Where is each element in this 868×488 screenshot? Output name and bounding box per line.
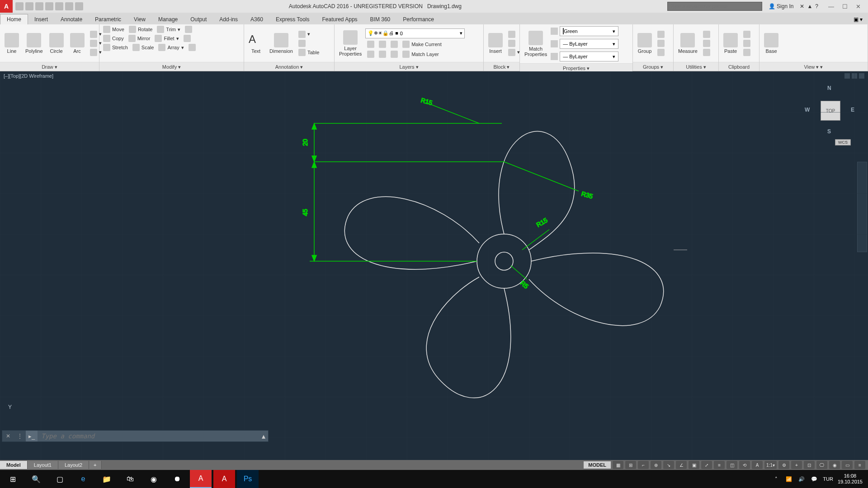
lineweight-icon[interactable]: ≡ bbox=[714, 461, 725, 469]
mtext-button[interactable] bbox=[297, 39, 321, 47]
tab-output[interactable]: Output bbox=[184, 14, 213, 24]
match-properties-button[interactable]: Match Properties bbox=[522, 30, 550, 58]
measure-button[interactable]: Measure bbox=[675, 32, 700, 55]
scale-label[interactable]: 1:1▾ bbox=[764, 461, 777, 469]
qat-save-icon[interactable] bbox=[35, 2, 43, 10]
panel-groups-title[interactable]: Groups ▾ bbox=[633, 62, 673, 71]
chrome-icon[interactable]: ◉ bbox=[143, 470, 165, 488]
qat-print-icon[interactable] bbox=[55, 2, 63, 10]
tab-focus-icon[interactable]: ▣ ▾ bbox=[848, 14, 868, 24]
minimize-button[interactable]: — bbox=[828, 3, 834, 10]
stretch-button[interactable]: Stretch bbox=[101, 43, 130, 52]
layer-off-button[interactable] bbox=[365, 40, 376, 48]
block-create-button[interactable] bbox=[506, 30, 522, 38]
tab-bim360[interactable]: BIM 360 bbox=[364, 14, 397, 24]
recorder-icon[interactable]: ⏺ bbox=[166, 470, 188, 488]
tab-featured[interactable]: Featured Apps bbox=[316, 14, 364, 24]
explode-button[interactable] bbox=[182, 34, 193, 42]
3dosnap-icon[interactable]: ▣ bbox=[689, 461, 699, 469]
volume-icon[interactable]: 🔊 bbox=[797, 475, 806, 483]
array-button[interactable]: Array ▾ bbox=[156, 43, 185, 52]
block-attr-button[interactable]: ▾ bbox=[506, 48, 522, 56]
layer-lock-button[interactable] bbox=[389, 40, 400, 48]
maximize-button[interactable]: ☐ bbox=[842, 3, 848, 10]
panel-draw-title[interactable]: Draw ▾ bbox=[0, 62, 99, 71]
tab-annotate[interactable]: Annotate bbox=[54, 14, 89, 24]
acrobat-icon[interactable]: A bbox=[213, 470, 235, 488]
tab-view[interactable]: View bbox=[127, 14, 152, 24]
notification-icon[interactable]: 💬 bbox=[810, 475, 818, 483]
copy-clip-button[interactable] bbox=[741, 39, 752, 47]
monitor-icon[interactable]: 🖵 bbox=[816, 461, 827, 469]
cmd-prompt-icon[interactable]: ▸_ bbox=[26, 431, 38, 441]
start-button[interactable]: ⊞ bbox=[2, 470, 24, 488]
paste-special-button[interactable] bbox=[741, 48, 752, 56]
trim-button[interactable]: Trim ▾ bbox=[155, 25, 182, 33]
block-edit-button[interactable] bbox=[506, 39, 522, 47]
isodraft-icon[interactable]: ↘ bbox=[663, 461, 674, 469]
tab-a360[interactable]: A360 bbox=[244, 14, 269, 24]
group-bbox-button[interactable] bbox=[656, 48, 666, 56]
help-icon[interactable]: ? bbox=[815, 3, 818, 9]
fillet-button[interactable]: Fillet ▾ bbox=[153, 34, 180, 42]
circle-button[interactable]: Circle bbox=[47, 32, 66, 55]
layout-tab-layout1[interactable]: Layout1 bbox=[28, 461, 58, 469]
layer-thaw-button[interactable] bbox=[377, 50, 388, 58]
hardware-icon[interactable]: ◉ bbox=[829, 461, 840, 469]
line-button[interactable]: Line bbox=[2, 32, 22, 55]
layer-dropdown[interactable]: 💡❄☀🔒🖨 ■ 0▾ bbox=[365, 28, 465, 38]
store-icon[interactable]: 🛍 bbox=[119, 470, 141, 488]
tab-manage[interactable]: Manage bbox=[152, 14, 184, 24]
autocad-taskbar-icon[interactable]: A bbox=[190, 470, 212, 488]
exchange-icon[interactable]: ✕ bbox=[800, 3, 804, 9]
panel-modify-title[interactable]: Modify ▾ bbox=[99, 62, 244, 71]
erase-button[interactable] bbox=[183, 25, 194, 33]
customize-icon[interactable]: ≡ bbox=[854, 461, 865, 469]
layout-tab-layout2[interactable]: Layout2 bbox=[58, 461, 89, 469]
group-button[interactable]: Group bbox=[635, 32, 655, 55]
ortho-toggle-icon[interactable]: ⌐ bbox=[638, 461, 649, 469]
snap-toggle-icon[interactable]: ⊞ bbox=[625, 461, 636, 469]
tray-expand-icon[interactable]: ˄ bbox=[772, 475, 780, 483]
help-search-input[interactable] bbox=[667, 2, 762, 11]
layer-freeze-button[interactable] bbox=[377, 40, 388, 48]
dimension-button[interactable]: Dimension bbox=[267, 32, 296, 55]
search-taskbar-icon[interactable]: 🔍 bbox=[25, 470, 47, 488]
panel-view-title[interactable]: View ▾ ▾ bbox=[760, 62, 868, 71]
command-input[interactable] bbox=[38, 432, 259, 440]
transparency-icon[interactable]: ◫ bbox=[726, 461, 737, 469]
photoshop-icon[interactable]: Ps bbox=[237, 470, 259, 488]
color-dropdown[interactable]: Green▾ bbox=[560, 26, 618, 36]
group-edit-button[interactable] bbox=[656, 39, 666, 47]
text-button[interactable]: AText bbox=[246, 32, 266, 55]
copy-button[interactable]: Copy bbox=[101, 34, 126, 42]
isolate-icon[interactable]: ▭ bbox=[842, 461, 853, 469]
status-model[interactable]: MODEL bbox=[584, 461, 611, 469]
cycling-icon[interactable]: ⟲ bbox=[739, 461, 750, 469]
panel-layers-title[interactable]: Layers ▾ bbox=[335, 62, 483, 71]
offset-button[interactable] bbox=[187, 43, 198, 52]
gear-icon[interactable]: ⚙ bbox=[778, 461, 789, 469]
close-button[interactable]: ✕ bbox=[856, 3, 861, 10]
language-indicator[interactable]: TUR bbox=[823, 475, 833, 483]
make-current-button[interactable]: Make Current bbox=[401, 40, 443, 48]
block-insert-button[interactable]: Insert bbox=[486, 32, 505, 55]
rotate-button[interactable]: Rotate bbox=[127, 25, 154, 33]
add-scale-icon[interactable]: + bbox=[791, 461, 802, 469]
panel-block-title[interactable]: Block ▾ bbox=[484, 62, 519, 71]
qat-new-icon[interactable] bbox=[15, 2, 24, 10]
taskview-icon[interactable]: ▢ bbox=[49, 470, 71, 488]
layer-unlock-button[interactable] bbox=[389, 50, 400, 58]
tab-parametric[interactable]: Parametric bbox=[89, 14, 127, 24]
grid-toggle-icon[interactable]: ▦ bbox=[613, 461, 623, 469]
layer-on-button[interactable] bbox=[365, 50, 376, 58]
linetype-dropdown[interactable]: — ByLayer▾ bbox=[560, 52, 618, 61]
qat-open-icon[interactable] bbox=[25, 2, 33, 10]
cmd-handle-icon[interactable]: ⋮ bbox=[14, 431, 26, 441]
panel-properties-title[interactable]: Properties ▾ bbox=[520, 63, 632, 72]
panel-clipboard-title[interactable]: Clipboard bbox=[719, 62, 759, 71]
arc-button[interactable]: Arc bbox=[67, 32, 87, 55]
sign-in-button[interactable]: 👤 Sign In bbox=[765, 3, 797, 9]
osnap-toggle-icon[interactable]: ∠ bbox=[676, 461, 687, 469]
tab-express[interactable]: Express Tools bbox=[269, 14, 316, 24]
